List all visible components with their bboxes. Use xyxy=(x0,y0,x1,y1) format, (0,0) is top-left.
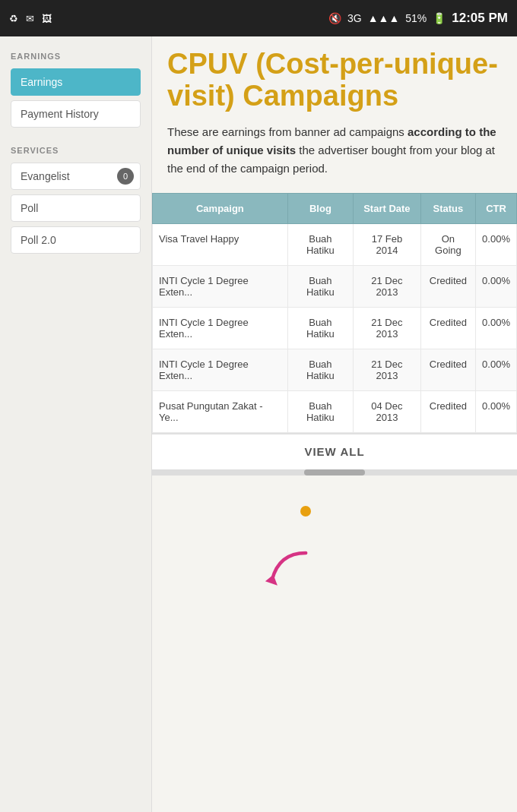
cell-ctr: 0.00% xyxy=(476,349,517,390)
cell-status: Credited xyxy=(420,390,475,432)
poll-button[interactable]: Poll xyxy=(11,194,141,222)
campaign-table: Campaign Blog Start Date Status CTR Visa… xyxy=(152,193,517,433)
content-area: CPUV (Cost-per-unique-visit) Campaigns T… xyxy=(152,36,517,812)
col-blog: Blog xyxy=(287,193,353,223)
cell-start-date: 21 Dec 2013 xyxy=(354,349,421,390)
poll2-button[interactable]: Poll 2.0 xyxy=(11,226,141,254)
evangelist-button[interactable]: Evangelist 0 xyxy=(11,163,141,190)
header-row: Campaign Blog Start Date Status CTR xyxy=(153,193,517,223)
cell-blog: Buah Hatiku xyxy=(287,265,353,307)
mute-icon: 🔇 xyxy=(328,12,341,24)
hero-title: CPUV (Cost-per-unique-visit) Campaigns xyxy=(167,49,502,112)
status-bar: ♻ ✉ 🖼 🔇 3G ▲▲▲ 51% 🔋 12:05 PM xyxy=(0,0,517,36)
cell-status: On Going xyxy=(420,223,475,265)
cell-status: Credited xyxy=(420,307,475,349)
table-row[interactable]: INTI Cycle 1 Degree Exten... Buah Hatiku… xyxy=(153,307,517,349)
network-label: 3G xyxy=(347,12,362,24)
cell-ctr: 0.00% xyxy=(476,223,517,265)
cell-status: Credited xyxy=(420,349,475,390)
hero-description-start: These are earnings from banner ad campai… xyxy=(167,125,408,138)
earnings-button[interactable]: Earnings xyxy=(11,68,141,96)
main-layout: EARNINGS Earnings Payment History SERVIC… xyxy=(0,36,517,812)
cell-start-date: 17 Feb 2014 xyxy=(354,223,421,265)
cell-blog: Buah Hatiku xyxy=(287,307,353,349)
table-row[interactable]: INTI Cycle 1 Degree Exten... Buah Hatiku… xyxy=(153,265,517,307)
cell-start-date: 21 Dec 2013 xyxy=(354,307,421,349)
scroll-thumb xyxy=(304,469,365,476)
status-bar-right: 🔇 3G ▲▲▲ 51% 🔋 12:05 PM xyxy=(328,11,508,26)
table-body: Visa Travel Happy Buah Hatiku 17 Feb 201… xyxy=(153,223,517,432)
cell-campaign: Pusat Pungutan Zakat - Ye... xyxy=(153,390,288,432)
scroll-indicator xyxy=(152,469,517,476)
cell-blog: Buah Hatiku xyxy=(287,223,353,265)
status-time: 12:05 PM xyxy=(452,11,508,26)
svg-marker-0 xyxy=(265,574,278,585)
battery-label: 51% xyxy=(405,12,427,24)
cell-ctr: 0.00% xyxy=(476,390,517,432)
earnings-section-title: EARNINGS xyxy=(11,52,141,61)
services-section: SERVICES Evangelist 0 Poll Poll 2.0 xyxy=(11,146,141,254)
hero-description: These are earnings from banner ad campai… xyxy=(167,123,502,178)
payment-history-button[interactable]: Payment History xyxy=(11,100,141,128)
hero-section: CPUV (Cost-per-unique-visit) Campaigns T… xyxy=(152,36,517,193)
dot-annotation xyxy=(300,506,311,517)
table-row[interactable]: Pusat Pungutan Zakat - Ye... Buah Hatiku… xyxy=(153,390,517,432)
view-all-row: VIEW ALL xyxy=(152,433,517,469)
battery-icon: 🔋 xyxy=(433,12,446,24)
table-row[interactable]: INTI Cycle 1 Degree Exten... Buah Hatiku… xyxy=(153,349,517,390)
col-campaign: Campaign xyxy=(153,193,288,223)
cell-campaign: INTI Cycle 1 Degree Exten... xyxy=(153,265,288,307)
mail-icon: ✉ xyxy=(26,13,34,24)
cell-campaign: Visa Travel Happy xyxy=(153,223,288,265)
table-header: Campaign Blog Start Date Status CTR xyxy=(153,193,517,223)
signal-icon: ▲▲▲ xyxy=(368,12,400,24)
status-bar-left: ♻ ✉ 🖼 xyxy=(9,13,52,24)
cell-campaign: INTI Cycle 1 Degree Exten... xyxy=(153,349,288,390)
col-start-date: Start Date xyxy=(354,193,421,223)
sidebar: EARNINGS Earnings Payment History SERVIC… xyxy=(0,36,152,812)
cell-ctr: 0.00% xyxy=(476,307,517,349)
cell-status: Credited xyxy=(420,265,475,307)
arrow-annotation xyxy=(258,545,319,594)
evangelist-badge: 0 xyxy=(117,168,134,185)
table-row[interactable]: Visa Travel Happy Buah Hatiku 17 Feb 201… xyxy=(153,223,517,265)
cell-blog: Buah Hatiku xyxy=(287,390,353,432)
recycle-icon: ♻ xyxy=(9,13,18,24)
col-ctr: CTR xyxy=(476,193,517,223)
image-icon: 🖼 xyxy=(42,13,52,24)
view-all-button[interactable]: VIEW ALL xyxy=(304,445,364,458)
services-section-title: SERVICES xyxy=(11,146,141,155)
cell-blog: Buah Hatiku xyxy=(287,349,353,390)
cell-campaign: INTI Cycle 1 Degree Exten... xyxy=(153,307,288,349)
cell-start-date: 21 Dec 2013 xyxy=(354,265,421,307)
cell-ctr: 0.00% xyxy=(476,265,517,307)
table-section: Campaign Blog Start Date Status CTR Visa… xyxy=(152,193,517,476)
cell-start-date: 04 Dec 2013 xyxy=(354,390,421,432)
col-status: Status xyxy=(420,193,475,223)
